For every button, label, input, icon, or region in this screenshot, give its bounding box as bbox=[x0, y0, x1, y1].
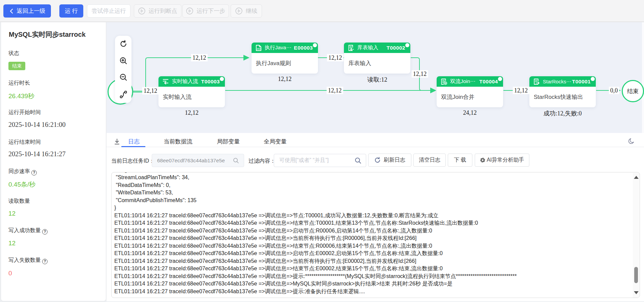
svg-text:JAVA: JAVA bbox=[257, 48, 261, 50]
